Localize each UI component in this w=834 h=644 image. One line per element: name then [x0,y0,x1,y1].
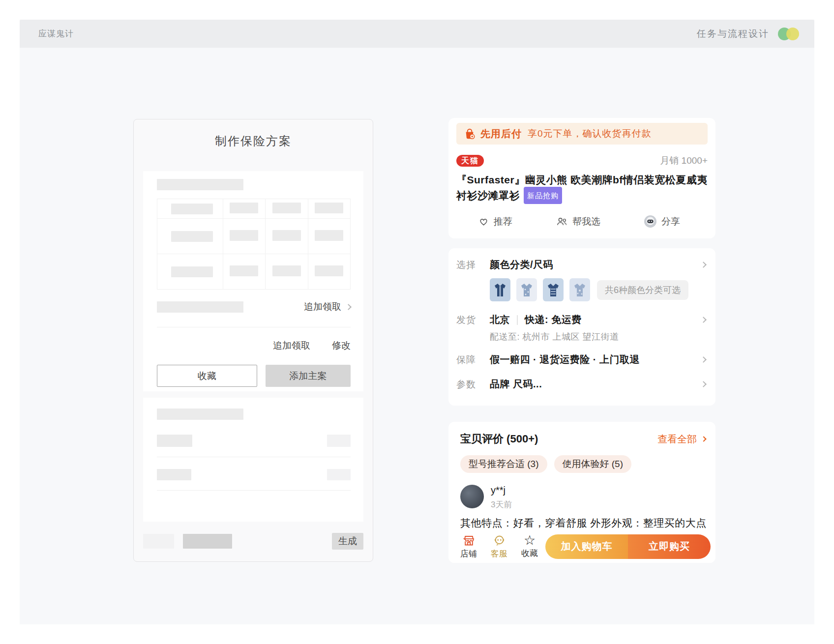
product-bottom-bar: 店铺 客服 ☆ 收藏 加入购物车 立即购买 [448,530,715,563]
chevron-right-icon [701,436,706,441]
product-options-card: 选择 颜色分类/尺码 共6种颜色分类可选 发 [448,248,715,406]
shipping-origin: 北京 [490,313,510,326]
review-time: 3天前 [491,499,512,510]
app-title: 应谋鬼计 [38,28,74,39]
shipping-express: 快递: 免运费 [525,313,582,326]
add-to-cart-button[interactable]: 加入购物车 [545,534,628,559]
divider [517,315,518,325]
placeholder-bar [171,266,213,277]
wireframe-footer: 生成 [143,521,363,561]
service-robot-icon [493,534,506,547]
params-value: 品牌 尺码... [490,378,542,391]
page: 应谋鬼计 任务与流程设计 制作保险方案 [0,0,834,644]
placeholder-bar [315,203,343,213]
reviewer-avatar [460,485,484,508]
wireframe-title: 制作保险方案 [134,133,373,149]
placeholder-bar [183,534,232,549]
placeholder-bar [157,179,243,190]
placeholder-bar [272,203,301,213]
sku-thumbnail[interactable] [516,278,537,301]
shopping-bag-icon [463,127,476,140]
top-header: 应谋鬼计 任务与流程设计 [20,20,814,48]
people-icon [556,216,568,227]
pay-later-badge: 先用后付 [480,127,522,141]
storefront-icon [462,534,476,547]
product-header-card: 先用后付 享0元下单，确认收货再付款 天猫 月销 1000+ 『Surfaste… [448,118,715,238]
review-item: y**j 3天前 [460,485,706,510]
robot-avatar-icon [644,215,657,228]
product-title: 『Surfaster』幽灵小熊 欧美潮牌bf情侣装宽松夏威夷衬衫沙滩罩衫新品抢购 [456,173,708,204]
chevron-right-icon [700,381,707,387]
canvas-background: 制作保险方案 [20,48,814,624]
generate-button[interactable]: 生成 [332,533,363,550]
wireframe-panel-bottom [143,398,363,522]
sku-row[interactable]: 选择 颜色分类/尺码 [456,258,709,271]
shipping-row[interactable]: 发货 北京 快递: 免运费 [456,313,709,326]
new-arrival-badge: 新品抢购 [524,187,562,204]
review-tag[interactable]: 型号推荐合适 (3) [460,455,547,473]
pay-later-text: 享0元下单，确认收货再付款 [528,127,652,140]
shop-button[interactable]: 店铺 [453,534,484,559]
recommend-button[interactable]: 推荐 [478,215,512,228]
favorite-button[interactable]: 收藏 [157,365,257,387]
buy-now-button[interactable]: 立即购买 [628,534,711,559]
modify-link[interactable]: 修改 [332,339,351,352]
deliver-to-address: 配送至: 杭州市 上城区 望江街道 [490,331,709,343]
placeholder-bar [327,435,351,447]
placeholder-bar [315,230,343,241]
params-row[interactable]: 参数 品牌 尺码... [456,378,709,391]
reviews-title: 宝贝评价 (500+) [460,432,538,446]
toggle-yellow-dot [786,28,799,40]
pay-later-banner[interactable]: 先用后付 享0元下单，确认收货再付款 [456,123,708,145]
heart-icon [478,216,489,227]
reviewer-name: y**j [491,485,512,496]
add-main-case-button[interactable]: 添加主案 [266,365,351,387]
sku-thumbnail[interactable] [569,278,590,301]
favorite-product-button[interactable]: ☆ 收藏 [514,534,545,559]
placeholder-bar [143,534,174,549]
divider [157,327,351,327]
placeholder-bar [171,231,213,242]
review-tag[interactable]: 使用体验好 (5) [554,455,632,473]
guarantee-value: 假一赔四 · 退货运费险 · 上门取退 [490,353,640,366]
mode-title: 任务与流程设计 [697,28,769,40]
chevron-right-icon [700,317,707,323]
view-all-reviews-link[interactable]: 查看全部 [657,433,706,446]
sku-more-pill[interactable]: 共6种颜色分类可选 [597,280,688,300]
sku-label: 选择 [456,259,482,271]
placeholder-bar [230,203,258,213]
shipping-label: 发货 [456,314,482,326]
divider [157,457,351,457]
guarantee-label: 保障 [456,353,482,366]
placeholder-bar [157,469,191,480]
monthly-sales: 月销 1000+ [660,154,708,167]
sku-thumbnail[interactable] [543,278,564,301]
append-claim-link-2[interactable]: 追加领取 [273,339,310,352]
placeholder-bar [327,469,351,480]
sku-thumbnail[interactable] [490,278,510,301]
tmall-badge: 天猫 [456,155,484,167]
placeholder-table [157,199,351,290]
placeholder-bar [157,301,243,313]
wireframe-panel-top: 追加领取 追加领取 修改 收藏 添加主案 [143,171,363,391]
chevron-right-icon [700,356,707,363]
placeholder-bar [171,204,213,214]
placeholder-bar [272,265,301,276]
theme-toggle-icon[interactable] [778,28,800,40]
divider [157,490,351,491]
placeholder-bar [230,230,258,241]
cta-pill: 加入购物车 立即购买 [545,534,711,559]
share-button[interactable]: 分享 [644,215,680,228]
chevron-right-icon [345,304,352,310]
customer-service-button[interactable]: 客服 [484,534,514,559]
append-claim-link[interactable]: 追加领取 [304,300,351,313]
placeholder-bar [315,265,343,276]
params-label: 参数 [456,378,482,391]
placeholder-bar [272,230,301,241]
sku-thumbnails: 共6种颜色分类可选 [490,278,709,301]
sku-value: 颜色分类/尺码 [490,258,553,271]
placeholder-bar [157,409,243,420]
guarantee-row[interactable]: 保障 假一赔四 · 退货运费险 · 上门取退 [456,353,709,366]
placeholder-bar [230,265,258,276]
help-me-choose-button[interactable]: 帮我选 [556,215,600,228]
